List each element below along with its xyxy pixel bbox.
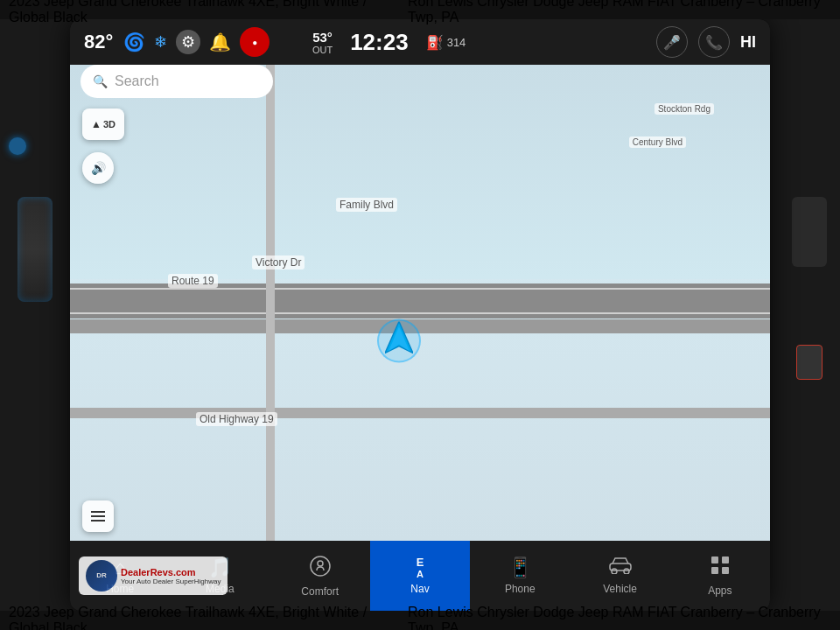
status-icons: 🌀 ❄ ⚙ 🔔 ● [123, 27, 293, 57]
phone-nav-icon: 📱 [508, 556, 532, 579]
3d-label: 3D [103, 119, 116, 130]
top-bar-left: 2023 Jeep Grand Cherokee Trailhawk 4XE, … [9, 0, 408, 25]
century-blvd-label: Century Blvd [629, 136, 686, 148]
record-icon[interactable]: ● [240, 27, 270, 57]
phone-label: Phone [505, 583, 536, 595]
top-bar-right: Ron Lewis Chrysler Dodge Jeep RAM FIAT C… [408, 0, 831, 25]
status-bar: 82° 🌀 ❄ ⚙ 🔔 ● 53° OUT 12:23 ⛽ 314 [70, 19, 770, 65]
3d-arrow-icon: ▲ [91, 118, 102, 130]
dealer-logo: DR [86, 560, 117, 592]
search-icon: 🔍 [93, 74, 108, 88]
volume-button[interactable]: 🔊 [82, 152, 114, 184]
menu-line-1 [91, 511, 105, 513]
dealer-watermark: DR DealerRevs.com Your Auto Dealer Super… [79, 556, 228, 595]
clock: 12:23 [350, 29, 409, 56]
voice-button[interactable]: 🎤 [656, 26, 688, 58]
bottom-bar-right: Ron Lewis Chrysler Dodge Jeep RAM FIAT C… [408, 605, 831, 630]
menu-line-2 [91, 515, 105, 517]
nav-ea-text: E [416, 556, 424, 569]
nav-active-content: E A [416, 556, 424, 579]
apps-icon [710, 555, 731, 581]
svg-rect-8 [722, 556, 729, 564]
menu-button[interactable] [82, 500, 114, 532]
search-bar[interactable]: 🔍 Search [80, 65, 273, 98]
3d-toggle-button[interactable]: ▲ 3D [82, 108, 124, 140]
old-highway-label: Old Highway 19 [196, 412, 277, 426]
screen-container: 82° 🌀 ❄ ⚙ 🔔 ● 53° OUT 12:23 ⛽ 314 [70, 19, 770, 611]
phone-button[interactable]: 📞 [698, 26, 730, 58]
range-icon: ⛽ [426, 34, 444, 51]
volume-icon: 🔊 [91, 161, 106, 175]
victory-dr-label: Victory Dr [252, 256, 304, 270]
ac-icon[interactable]: 🌀 [123, 32, 145, 52]
nav-a-text: A [416, 569, 424, 579]
map-area[interactable]: Route 19 Family Blvd Victory Dr Old High… [70, 65, 770, 541]
vertical-road [266, 65, 275, 541]
bell-icon[interactable]: 🔔 [209, 32, 231, 52]
vehicle-label: Vehicle [603, 583, 637, 595]
svg-point-6 [624, 569, 629, 574]
nav-label: Nav [410, 583, 429, 595]
defrost-icon[interactable]: ❄ [154, 32, 167, 52]
family-blvd-label: Family Blvd [336, 198, 397, 212]
svg-rect-9 [711, 567, 718, 574]
vehicle-icon [608, 556, 633, 579]
bottom-bar-left: 2023 Jeep Grand Cherokee Trailhawk 4XE, … [9, 605, 408, 630]
dealer-tagline: Your Auto Dealer SuperHighway [121, 578, 220, 585]
menu-line-3 [91, 520, 105, 522]
greeting-label: HI [740, 33, 756, 52]
dealer-name: DealerRevs.com [121, 567, 220, 578]
comfort-label: Comfort [301, 585, 339, 598]
nav-car-icon [385, 321, 413, 360]
old-highway-road [70, 408, 770, 418]
interior-temp: 82° [84, 31, 113, 53]
search-placeholder: Search [115, 74, 159, 89]
nav-item-phone[interactable]: 📱 Phone [470, 541, 570, 611]
outside-temp: 53° OUT [312, 30, 332, 55]
svg-point-5 [612, 569, 617, 574]
range-value: 314 [447, 36, 466, 49]
nav-item-apps[interactable]: Apps [670, 541, 770, 611]
svg-point-3 [318, 561, 323, 566]
apps-label: Apps [708, 584, 732, 597]
bottom-bar: 2023 Jeep Grand Cherokee Trailhawk 4XE, … [0, 611, 840, 630]
range-display: ⛽ 314 [426, 34, 466, 51]
comfort-icon [309, 555, 332, 582]
route-19-label: Route 19 [168, 274, 218, 288]
right-bezel [770, 19, 840, 611]
highway-road [70, 284, 770, 318]
nav-item-comfort[interactable]: Comfort [270, 541, 370, 611]
svg-rect-10 [722, 567, 729, 574]
nav-item-vehicle[interactable]: Vehicle [570, 541, 669, 611]
settings-circle-icon[interactable]: ⚙ [176, 30, 200, 54]
top-bar: 2023 Jeep Grand Cherokee Trailhawk 4XE, … [0, 0, 840, 19]
left-bezel [0, 19, 70, 611]
stockton-rdg-label: Stockton Rdg [654, 103, 714, 115]
secondary-road [70, 319, 770, 333]
nav-item-nav[interactable]: E A Nav [370, 541, 470, 611]
svg-rect-7 [711, 556, 718, 564]
